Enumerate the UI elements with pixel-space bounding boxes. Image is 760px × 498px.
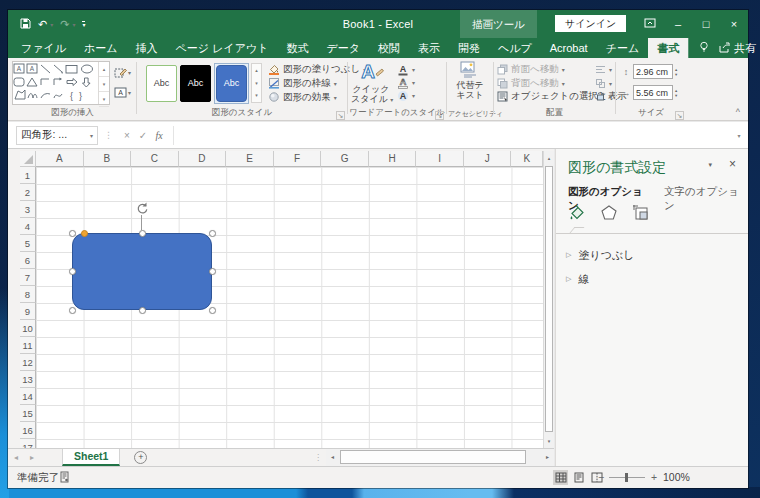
save-icon[interactable]: [20, 18, 31, 31]
horizontal-scrollbar[interactable]: ◂ ▸: [326, 449, 554, 466]
send-backward-button[interactable]: 背面へ移動▾: [497, 77, 593, 91]
tab-scroll-splitter[interactable]: ⋮: [314, 449, 322, 466]
ribbon-tab-データ[interactable]: データ: [317, 38, 369, 58]
resize-handle-e[interactable]: [209, 268, 216, 275]
quick-styles-button[interactable]: A クイック スタイル ▾: [351, 60, 391, 105]
zoom-slider-thumb[interactable]: [625, 473, 628, 482]
resize-handle-se[interactable]: [209, 307, 216, 314]
sign-in-button[interactable]: サインイン: [555, 15, 626, 32]
dialog-launcher-shape-styles[interactable]: ↘: [336, 111, 345, 120]
ribbon-tab-表示[interactable]: 表示: [409, 38, 449, 58]
ribbon-tab-数式[interactable]: 数式: [277, 38, 317, 58]
dialog-launcher-size[interactable]: ↘: [675, 111, 684, 120]
sheet-nav-right-icon[interactable]: ▸: [24, 449, 40, 466]
rotation-handle[interactable]: [135, 201, 149, 219]
row-header-8[interactable]: 8: [20, 286, 36, 303]
effects-category-icon[interactable]: [600, 204, 618, 224]
sheet-tab-sheet1[interactable]: Sheet1: [62, 449, 120, 466]
share-button[interactable]: 共有: [709, 38, 760, 58]
redo-dropdown-icon[interactable]: ▾: [72, 21, 75, 28]
row-header-12[interactable]: 12: [20, 354, 36, 371]
column-header-D[interactable]: D: [179, 151, 227, 167]
style-more-icon[interactable]: ▾: [252, 89, 261, 102]
row-header-13[interactable]: 13: [20, 371, 36, 388]
fill-line-category-icon[interactable]: [568, 204, 586, 224]
macro-record-icon[interactable]: [60, 471, 69, 485]
tell-me-search[interactable]: 実行したい作業を入力してください: [688, 38, 709, 58]
ribbon-tab-挿入[interactable]: 挿入: [127, 38, 167, 58]
resize-handle-nw[interactable]: [69, 230, 76, 237]
pane-section-線[interactable]: ▷線: [566, 267, 740, 291]
column-header-B[interactable]: B: [84, 151, 132, 167]
row-header-7[interactable]: 7: [20, 269, 36, 286]
shape-height-field[interactable]: [633, 64, 673, 79]
ribbon-tab-ファイル[interactable]: ファイル: [12, 38, 75, 58]
column-header-K[interactable]: K: [511, 151, 543, 167]
scroll-right-icon[interactable]: ▸: [541, 450, 554, 464]
resize-handle-n[interactable]: [139, 230, 146, 237]
align-button[interactable]: ▾: [595, 63, 615, 77]
ribbon-tab-Acrobat[interactable]: Acrobat: [541, 38, 597, 58]
formula-input[interactable]: [173, 126, 730, 145]
name-box[interactable]: 四角形: ... ▾: [16, 126, 98, 145]
dialog-launcher-wordart[interactable]: ↘: [435, 111, 444, 120]
shape-style-preset-3-selected[interactable]: Abc: [214, 63, 249, 104]
width-spinner[interactable]: ▴▾: [675, 88, 677, 98]
expand-formula-bar-icon[interactable]: ▾: [730, 132, 748, 139]
row-header-5[interactable]: 5: [20, 235, 36, 252]
row-header-17[interactable]: 17: [20, 439, 36, 448]
selection-pane-button[interactable]: オブジェクトの選択と表示: [497, 90, 593, 104]
page-layout-view-button[interactable]: [571, 470, 586, 485]
row-header-14[interactable]: 14: [20, 388, 36, 405]
scroll-left-icon[interactable]: ◂: [326, 450, 339, 464]
ribbon-tab-校閲[interactable]: 校閲: [369, 38, 409, 58]
gallery-more-icon[interactable]: ▾: [99, 92, 109, 107]
shapes-gallery[interactable]: A A: [12, 61, 110, 105]
resize-handle-w[interactable]: [69, 268, 76, 275]
text-box-button[interactable]: A ▾: [114, 82, 136, 102]
bring-forward-button[interactable]: 前面へ移動▾: [497, 63, 593, 77]
column-header-G[interactable]: G: [321, 151, 369, 167]
ribbon-tab-ホーム[interactable]: ホーム: [75, 38, 127, 58]
minimize-button[interactable]: –: [664, 18, 692, 30]
shape-fill-button[interactable]: 図形の塗りつぶし▾: [268, 62, 346, 76]
vertical-scrollbar[interactable]: ▴ ▾: [543, 151, 554, 448]
column-header-I[interactable]: I: [416, 151, 464, 167]
select-all-corner[interactable]: [20, 151, 36, 167]
group-objects-button[interactable]: ▾: [595, 77, 615, 91]
maximize-button[interactable]: □: [692, 18, 720, 30]
row-header-11[interactable]: 11: [20, 337, 36, 354]
zoom-out-button[interactable]: −: [598, 471, 604, 483]
row-header-10[interactable]: 10: [20, 320, 36, 337]
shape-width-field[interactable]: [633, 85, 673, 100]
style-scroll-up-icon[interactable]: ▴: [252, 64, 261, 77]
row-header-2[interactable]: 2: [20, 184, 36, 201]
resize-handle-s[interactable]: [139, 307, 146, 314]
ribbon-display-options-icon[interactable]: [636, 18, 664, 30]
column-header-F[interactable]: F: [274, 151, 322, 167]
row-header-16[interactable]: 16: [20, 422, 36, 439]
ribbon-tab-ページ レイアウト[interactable]: ページ レイアウト: [167, 38, 278, 58]
undo-dropdown-icon[interactable]: ▾: [50, 21, 53, 28]
rounded-rectangle-shape[interactable]: [72, 233, 212, 310]
shape-style-preset-2[interactable]: Abc: [180, 65, 211, 102]
column-header-E[interactable]: E: [226, 151, 274, 167]
alt-text-button[interactable]: 代替テ キスト: [451, 61, 489, 100]
text-fill-button[interactable]: A ▾: [397, 63, 437, 76]
resize-handle-ne[interactable]: [209, 230, 216, 237]
collapse-ribbon-icon[interactable]: ^: [736, 107, 740, 117]
row-header-9[interactable]: 9: [20, 303, 36, 320]
shape-style-preset-1[interactable]: Abc: [146, 65, 177, 102]
rotate-button[interactable]: ▾: [595, 90, 615, 104]
ribbon-tab-チーム[interactable]: チーム: [597, 38, 649, 58]
undo-button[interactable]: ↶: [38, 18, 47, 31]
vertical-scroll-thumb[interactable]: [545, 166, 553, 432]
gallery-scroll-down-icon[interactable]: ▾: [99, 77, 109, 92]
column-header-A[interactable]: A: [36, 151, 84, 167]
sheet-nav-left-icon[interactable]: ◂: [8, 449, 24, 466]
row-header-1[interactable]: 1: [20, 167, 36, 184]
normal-view-button[interactable]: [553, 470, 568, 485]
shape-style-scroll[interactable]: ▴ ▾ ▾: [251, 63, 262, 103]
row-header-15[interactable]: 15: [20, 405, 36, 422]
insert-function-button[interactable]: fx: [151, 130, 167, 141]
